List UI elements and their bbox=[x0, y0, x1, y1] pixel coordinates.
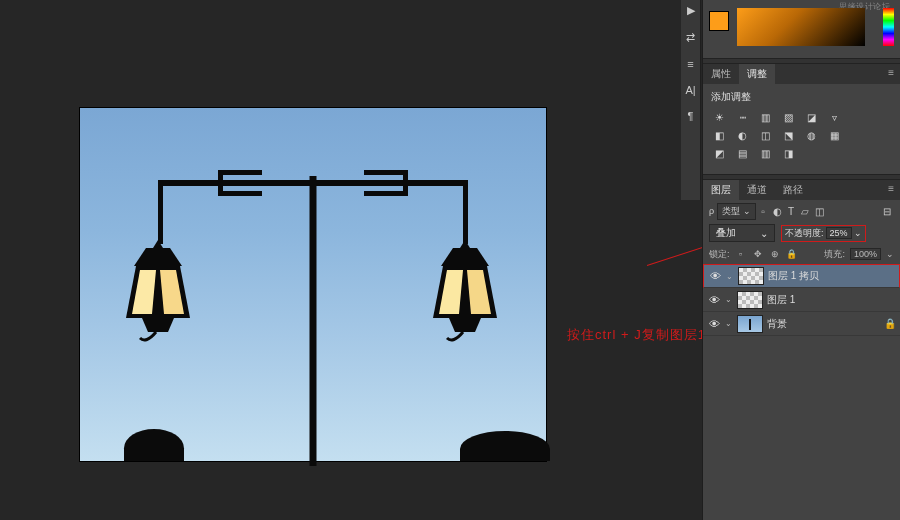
lock-artboard-icon[interactable]: ⊕ bbox=[769, 248, 781, 260]
tab-properties[interactable]: 属性 bbox=[703, 64, 739, 84]
tab-layers[interactable]: 图层 bbox=[703, 180, 739, 200]
filter-type-icon[interactable]: T bbox=[784, 204, 798, 218]
color-panel: 思缘设计论坛 bbox=[703, 0, 900, 58]
tab-channels[interactable]: 通道 bbox=[739, 180, 775, 200]
layer-filter-row: ρ 类型⌄ ▫ ◐ T ▱ ◫ ⊟ bbox=[703, 200, 900, 222]
adjustments-title: 添加调整 bbox=[711, 90, 892, 104]
swap-icon[interactable]: ⇄ bbox=[686, 31, 695, 44]
text-tool-icon[interactable]: A| bbox=[685, 84, 695, 96]
filter-shape-icon[interactable]: ▱ bbox=[798, 204, 812, 218]
lamp-post bbox=[310, 176, 317, 466]
canvas-area bbox=[0, 0, 679, 520]
adj-more-icon[interactable]: ◨ bbox=[780, 146, 797, 160]
layer-row-background[interactable]: 👁 ⌄ 背景 🔒 bbox=[703, 312, 900, 336]
layer-row-copy[interactable]: 👁 ⌄ 图层 1 拷贝 bbox=[703, 264, 900, 288]
layer-name[interactable]: 图层 1 拷贝 bbox=[768, 269, 819, 283]
layers-tabs: 图层 通道 路径 ≡ bbox=[703, 180, 900, 200]
adj-posterize-icon[interactable]: ▦ bbox=[826, 128, 843, 142]
adj-gradient-map-icon[interactable]: ▤ bbox=[734, 146, 751, 160]
lock-pixels-icon[interactable]: ▫ bbox=[735, 248, 747, 260]
foliage bbox=[80, 425, 546, 461]
panel-menu-icon[interactable]: ≡ bbox=[882, 64, 900, 84]
chevron-down-icon[interactable]: ⌄ bbox=[726, 272, 734, 281]
lock-icon: 🔒 bbox=[884, 318, 896, 329]
chevron-down-icon[interactable]: ⌄ bbox=[725, 295, 733, 304]
layer-name[interactable]: 图层 1 bbox=[767, 293, 795, 307]
adj-hue-icon[interactable]: ▿ bbox=[826, 110, 843, 124]
layer-kind-filter[interactable]: 类型⌄ bbox=[717, 203, 756, 220]
document-canvas[interactable] bbox=[80, 108, 546, 461]
layer-thumbnail[interactable] bbox=[738, 267, 764, 285]
tab-adjustments[interactable]: 调整 bbox=[739, 64, 775, 84]
tab-paths[interactable]: 路径 bbox=[775, 180, 811, 200]
lantern-right bbox=[423, 240, 507, 350]
filter-toggle-icon[interactable]: ⊟ bbox=[880, 204, 894, 218]
chevron-down-icon[interactable]: ⌄ bbox=[725, 319, 733, 328]
layers-panel: 图层 通道 路径 ≡ ρ 类型⌄ ▫ ◐ T ▱ ◫ ⊟ 叠加⌄ 不透明度: 2… bbox=[703, 180, 900, 520]
opacity-control[interactable]: 不透明度: 25%⌄ bbox=[781, 225, 866, 242]
adj-color-lookup-icon[interactable]: ⬔ bbox=[780, 128, 797, 142]
lock-all-icon[interactable]: 🔒 bbox=[786, 248, 798, 260]
adj-photo-filter-icon[interactable]: ◐ bbox=[734, 128, 751, 142]
right-panels: 思缘设计论坛 属性 调整 ≡ 添加调整 ☀ ┉ ▥ ▨ ◪ ▿ ◧ ◐ ◫ ⬔ … bbox=[702, 0, 900, 520]
lock-position-icon[interactable]: ✥ bbox=[752, 248, 764, 260]
adj-curves-icon[interactable]: ▥ bbox=[757, 110, 774, 124]
layer-thumbnail[interactable] bbox=[737, 291, 763, 309]
hue-slider[interactable] bbox=[883, 8, 894, 46]
layer-thumbnail[interactable] bbox=[737, 315, 763, 333]
lamp-crossbar bbox=[158, 170, 468, 194]
visibility-icon[interactable]: 👁 bbox=[707, 318, 721, 330]
annotation-text: 按住ctrl + J复制图层1 bbox=[567, 326, 706, 344]
layers-menu-icon[interactable]: ≡ bbox=[882, 180, 900, 200]
lantern-left bbox=[116, 240, 200, 350]
adj-brightness-icon[interactable]: ☀ bbox=[711, 110, 728, 124]
filter-pixel-icon[interactable]: ▫ bbox=[756, 204, 770, 218]
layer-list: 👁 ⌄ 图层 1 拷贝 👁 ⌄ 图层 1 👁 ⌄ 背景 🔒 bbox=[703, 264, 900, 336]
lock-row: 锁定: ▫ ✥ ⊕ 🔒 填充: 100%⌄ bbox=[703, 244, 900, 264]
adj-selective-color-icon[interactable]: ▥ bbox=[757, 146, 774, 160]
layer-row-1[interactable]: 👁 ⌄ 图层 1 bbox=[703, 288, 900, 312]
visibility-icon[interactable]: 👁 bbox=[708, 270, 722, 282]
color-field[interactable] bbox=[737, 8, 865, 46]
adj-invert-icon[interactable]: ◍ bbox=[803, 128, 820, 142]
blend-row: 叠加⌄ 不透明度: 25%⌄ bbox=[703, 222, 900, 244]
visibility-icon[interactable]: 👁 bbox=[707, 294, 721, 306]
adj-threshold-icon[interactable]: ◩ bbox=[711, 146, 728, 160]
paragraph-icon[interactable]: ¶ bbox=[688, 110, 694, 122]
filter-smart-icon[interactable]: ◫ bbox=[812, 204, 826, 218]
adj-channel-mixer-icon[interactable]: ◫ bbox=[757, 128, 774, 142]
foreground-swatch[interactable] bbox=[709, 11, 729, 31]
tool-options-column: ▶ ⇄ ≡ A| ¶ bbox=[681, 0, 701, 200]
play-icon[interactable]: ▶ bbox=[687, 4, 695, 17]
adj-vibrance-icon[interactable]: ◪ bbox=[803, 110, 820, 124]
adj-exposure-icon[interactable]: ▨ bbox=[780, 110, 797, 124]
adj-bw-icon[interactable]: ◧ bbox=[711, 128, 728, 142]
filter-adjust-icon[interactable]: ◐ bbox=[770, 204, 784, 218]
adj-levels-icon[interactable]: ┉ bbox=[734, 110, 751, 124]
list-icon[interactable]: ≡ bbox=[687, 58, 693, 70]
adjustments-panel: 添加调整 ☀ ┉ ▥ ▨ ◪ ▿ ◧ ◐ ◫ ⬔ ◍ ▦ ◩ ▤ ▥ ◨ bbox=[703, 84, 900, 174]
layer-name[interactable]: 背景 bbox=[767, 317, 787, 331]
blend-mode-dropdown[interactable]: 叠加⌄ bbox=[709, 224, 775, 242]
properties-tabs: 属性 调整 ≡ bbox=[703, 64, 900, 84]
